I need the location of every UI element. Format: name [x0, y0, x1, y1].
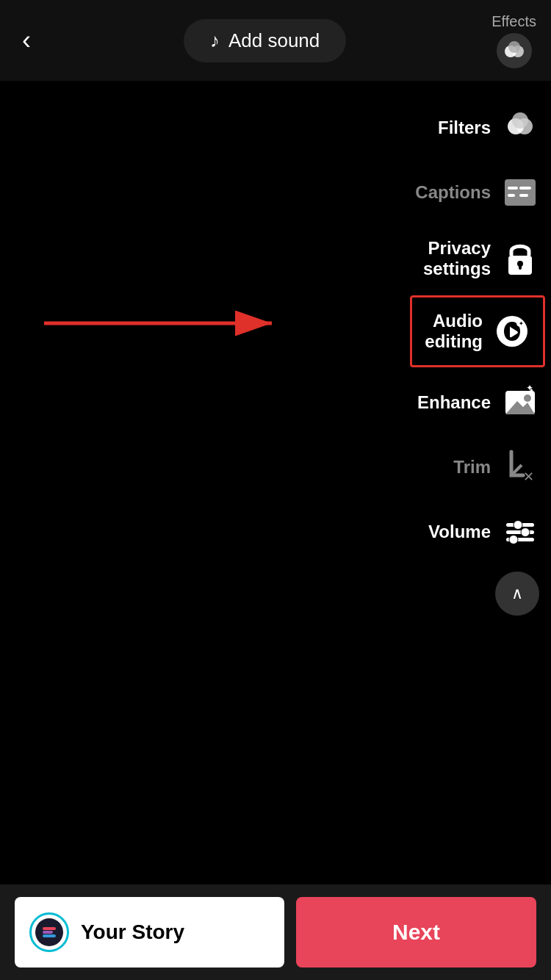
main-content: Filters Captions — [0, 81, 551, 884]
svg-rect-8 — [508, 194, 515, 197]
svg-point-28 — [509, 536, 518, 544]
svg-rect-34 — [43, 934, 56, 937]
next-label: Next — [392, 920, 440, 944]
bottom-bar: Your Story Next — [0, 884, 551, 980]
audio-editing-icon: ✦ — [493, 312, 531, 350]
volume-item[interactable]: Volume — [404, 500, 551, 564]
top-bar: ‹ ♪ Add sound Effects — [0, 0, 551, 81]
captions-icon — [501, 173, 539, 212]
svg-rect-7 — [508, 187, 518, 190]
next-button[interactable]: Next — [296, 897, 536, 968]
svg-point-19 — [524, 394, 531, 402]
svg-point-2 — [508, 41, 520, 53]
svg-rect-9 — [519, 187, 531, 190]
svg-point-27 — [521, 528, 530, 537]
filters-icon — [501, 109, 539, 147]
add-sound-button[interactable]: ♪ Add sound — [184, 19, 346, 62]
svg-rect-6 — [505, 179, 536, 206]
svg-text:✕: ✕ — [523, 469, 534, 484]
your-story-button[interactable]: Your Story — [15, 897, 284, 968]
filters-label: Filters — [438, 118, 491, 138]
enhance-label: Enhance — [417, 392, 491, 413]
audio-editing-label: Audio editing — [424, 311, 483, 352]
volume-label: Volume — [428, 522, 491, 542]
filters-item[interactable]: Filters — [404, 96, 551, 160]
trim-item[interactable]: Trim ✕ — [404, 435, 551, 500]
effects-icon — [497, 33, 532, 68]
svg-rect-13 — [519, 264, 522, 270]
arrow-container — [37, 287, 287, 360]
trim-icon: ✕ — [501, 448, 539, 486]
svg-rect-10 — [519, 194, 528, 197]
back-button[interactable]: ‹ — [15, 18, 38, 63]
add-sound-label: Add sound — [228, 29, 320, 52]
svg-text:✦: ✦ — [529, 387, 534, 394]
audio-editing-item[interactable]: Audio editing ✦ — [410, 295, 545, 367]
volume-icon — [501, 513, 539, 551]
svg-point-5 — [512, 112, 528, 129]
captions-label: Captions — [415, 182, 491, 203]
svg-rect-32 — [43, 927, 56, 930]
story-icon — [29, 912, 69, 952]
trim-label: Trim — [453, 457, 491, 478]
svg-text:✦: ✦ — [519, 320, 524, 327]
captions-item[interactable]: Captions — [404, 160, 551, 225]
effects-area[interactable]: Effects — [491, 13, 536, 68]
right-panel: Filters Captions — [404, 81, 551, 884]
collapse-button[interactable]: ∧ — [495, 572, 539, 616]
your-story-label: Your Story — [81, 920, 184, 944]
effects-label: Effects — [491, 13, 536, 30]
enhance-item[interactable]: Enhance ✦ ✦ — [404, 370, 551, 435]
enhance-icon: ✦ ✦ — [501, 383, 539, 422]
privacy-settings-item[interactable]: Privacy settings — [404, 225, 551, 292]
svg-rect-33 — [43, 931, 53, 934]
music-icon: ♪ — [210, 29, 220, 52]
privacy-settings-label: Privacy settings — [416, 238, 491, 279]
privacy-settings-icon — [501, 239, 539, 278]
svg-point-26 — [514, 521, 522, 530]
